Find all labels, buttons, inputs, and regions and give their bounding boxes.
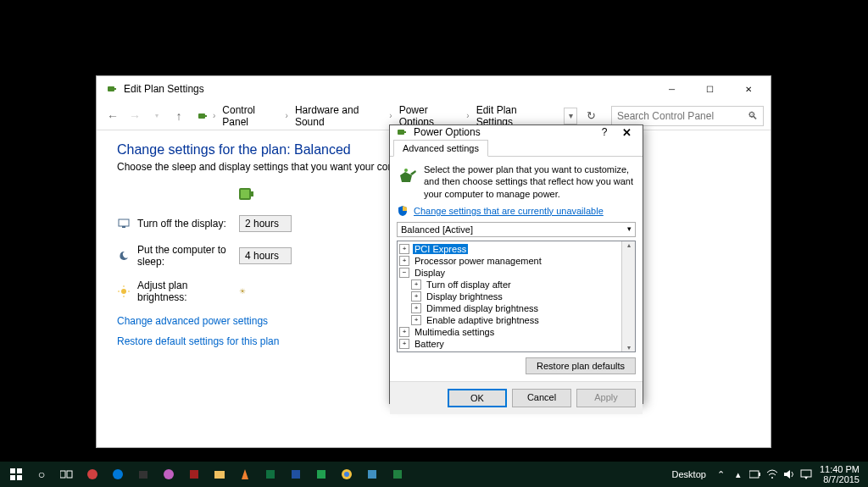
cancel-button[interactable]: Cancel [512,389,571,407]
tray-battery-icon[interactable] [747,462,764,487]
tree-item-adaptive-brightness[interactable]: +Enable adaptive brightness [399,314,633,326]
svg-rect-37 [759,473,760,476]
svg-rect-27 [190,470,198,479]
taskbar-app-ccleaner[interactable] [80,462,105,487]
display-off-select[interactable]: 2 hours [239,215,292,232]
svg-rect-15 [404,131,406,133]
breadcrumb-item[interactable]: Control Panel [219,102,281,130]
sleep-select[interactable]: 4 hours [239,247,292,264]
svg-point-38 [771,477,773,479]
dialog-title: Power Options [414,126,593,138]
up-button[interactable]: ↑ [170,107,188,125]
taskbar-app-excel[interactable] [258,462,283,487]
search-box[interactable]: 🔍︎ [611,106,764,126]
expand-icon[interactable]: + [399,244,409,254]
search-input[interactable] [617,110,748,122]
expand-icon[interactable]: + [399,327,409,337]
change-unavailable-link[interactable]: Change settings that are currently unava… [414,206,604,216]
window-title: Edit Plan Settings [124,83,653,95]
expand-icon[interactable]: + [411,303,421,313]
tree-item-display-brightness[interactable]: +Display brightness [399,291,633,302]
dialog-info-text: Select the power plan that you want to c… [424,163,636,200]
taskbar: ○ Desktop ⌃ ▴ 11:40 PM 8/7/2015 [0,462,868,487]
tab-advanced-settings[interactable]: Advanced settings [393,140,488,157]
power-options-dialog: Power Options ? ✕ Advanced settings Sele… [389,125,643,404]
dialog-close-button[interactable]: ✕ [615,126,637,139]
shield-icon [397,205,409,217]
settings-tree[interactable]: +PCI Express +Processor power management… [397,241,636,352]
sun-icon [117,285,131,298]
taskbar-app-chrome[interactable] [334,462,359,487]
taskbar-app-itunes[interactable] [156,462,181,487]
desktop-label[interactable]: Desktop [672,469,706,479]
tray-wifi-icon[interactable] [764,462,781,487]
svg-rect-36 [749,471,759,478]
svg-rect-3 [205,115,207,117]
start-button[interactable] [3,462,29,487]
tree-item-display[interactable]: −Display [399,267,633,279]
svg-point-16 [404,169,408,172]
tree-item-battery[interactable]: +Battery [399,338,633,350]
back-button[interactable]: ← [103,107,122,125]
breadcrumb-item[interactable]: Hardware and Sound [292,102,386,130]
task-view-icon[interactable] [54,462,80,487]
taskbar-app-generic1[interactable] [359,462,385,487]
brightness-label: Adjust plan brightness: [137,279,239,303]
monitor-icon [117,217,131,230]
recent-dropdown[interactable]: ▾ [147,107,166,125]
tree-item-dimmed-brightness[interactable]: +Dimmed display brightness [399,302,633,314]
power-plan-icon [105,82,119,96]
moon-icon [117,249,131,263]
collapse-icon[interactable]: − [399,268,409,278]
ok-button[interactable]: OK [448,389,507,407]
expand-icon[interactable]: + [399,339,409,349]
taskbar-app-spotify[interactable] [309,462,334,487]
taskbar-app-vlc[interactable] [232,462,258,487]
tree-item-turn-off-display[interactable]: +Turn off display after [399,279,633,291]
taskbar-app-word[interactable] [283,462,309,487]
svg-point-23 [87,469,97,479]
cortana-icon[interactable]: ○ [29,462,54,487]
tray-people-icon[interactable]: ▴ [730,462,747,487]
tray-action-center-icon[interactable] [798,462,815,487]
address-dropdown[interactable]: ▾ [564,108,577,125]
taskbar-app-store[interactable] [131,462,156,487]
svg-rect-21 [60,471,65,478]
tray-chevron-icon[interactable]: ⌃ [713,462,730,487]
svg-rect-8 [122,226,125,228]
taskbar-app-generic2[interactable] [385,462,410,487]
help-button[interactable]: ? [593,126,615,138]
tree-item-processor[interactable]: +Processor power management [399,255,633,267]
tray-volume-icon[interactable] [781,462,798,487]
svg-rect-39 [801,470,811,477]
tree-item-multimedia[interactable]: +Multimedia settings [399,326,633,338]
taskbar-app-edge[interactable] [105,462,131,487]
titlebar: Edit Plan Settings ─ ☐ ✕ [97,76,771,102]
expand-icon[interactable]: + [399,256,409,266]
tree-item-pci-express[interactable]: +PCI Express [399,243,633,255]
svg-rect-5 [251,191,253,196]
svg-rect-25 [139,471,147,479]
forward-button[interactable]: → [125,107,144,125]
expand-icon[interactable]: + [411,291,421,302]
apply-button[interactable]: Apply [576,389,636,407]
taskbar-app-acrobat[interactable] [181,462,207,487]
svg-rect-0 [108,86,114,91]
taskbar-clock[interactable]: 11:40 PM 8/7/2015 [815,464,865,484]
maximize-button[interactable]: ☐ [691,77,729,101]
svg-rect-1 [114,88,116,90]
plan-select[interactable]: Balanced [Active]▾ [397,222,636,237]
svg-rect-31 [317,470,326,479]
refresh-button[interactable]: ↻ [581,106,601,126]
minimize-button[interactable]: ─ [653,77,691,101]
svg-point-9 [121,289,126,294]
restore-plan-defaults-button[interactable]: Restore plan defaults [526,357,636,374]
svg-rect-19 [10,475,15,480]
tree-scrollbar[interactable]: ▴▾ [621,241,635,351]
expand-icon[interactable]: + [411,315,421,325]
search-icon: 🔍︎ [748,110,758,122]
expand-icon[interactable]: + [411,279,421,290]
watering-can-icon [397,163,419,200]
close-button[interactable]: ✕ [729,77,767,101]
taskbar-app-explorer[interactable] [207,462,232,487]
